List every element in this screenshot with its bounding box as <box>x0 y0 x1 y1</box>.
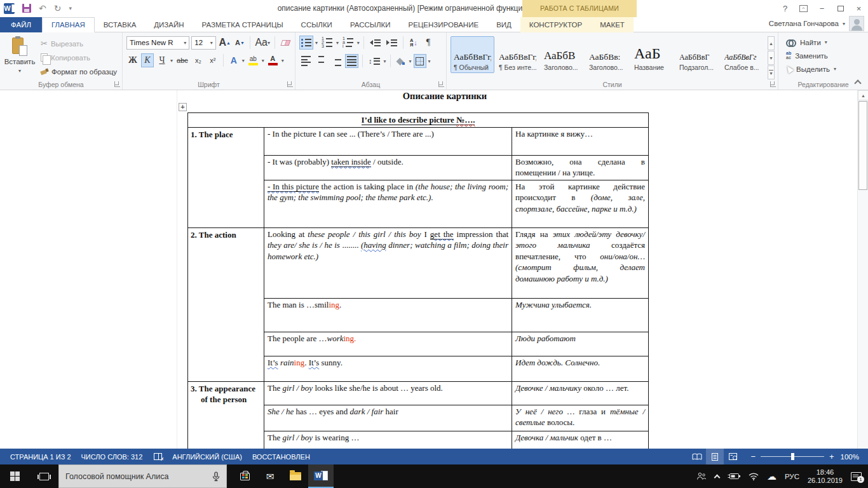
english-cell[interactable]: - In this picture the action is taking p… <box>264 180 512 227</box>
show-marks-button[interactable]: ¶ <box>422 36 435 50</box>
english-cell[interactable]: Looking at these people / this girl / th… <box>264 227 512 298</box>
styles-scroll-down-button[interactable]: ▼ <box>768 51 775 65</box>
table-move-handle[interactable]: + <box>179 103 187 111</box>
font-color-dropdown-icon[interactable]: ▾ <box>281 58 284 64</box>
onedrive-icon[interactable]: ☁ <box>767 471 776 482</box>
styles-more-button[interactable]: ▼ <box>768 65 775 79</box>
english-cell[interactable]: It’s raining. It’s sunny. <box>264 356 512 381</box>
tab-файл[interactable]: ФАЙЛ <box>0 17 42 32</box>
style-card[interactable]: АаБбВвГПодзагол... <box>676 36 720 73</box>
russian-cell[interactable]: Возможно, она сделана в помещении / на у… <box>512 155 649 180</box>
tab-вид[interactable]: ВИД <box>487 17 520 32</box>
language-switcher[interactable]: РУС <box>785 473 799 480</box>
tab-макет[interactable]: МАКЕТ <box>591 17 634 32</box>
document-heading[interactable]: Описание картинки <box>178 91 712 102</box>
align-center-button[interactable] <box>315 54 328 68</box>
find-button[interactable]: Найти ▾ <box>786 36 865 49</box>
strikethrough-button[interactable]: abc <box>175 53 190 67</box>
user-dropdown-icon[interactable]: ▾ <box>843 21 845 27</box>
avatar[interactable] <box>849 16 864 31</box>
decrease-indent-button[interactable] <box>368 36 383 50</box>
close-button[interactable]: × <box>850 0 868 17</box>
tab-разметка страницы[interactable]: РАЗМЕТКА СТРАНИЦЫ <box>193 17 292 32</box>
ribbon-display-options-button[interactable]: ^ <box>794 0 813 17</box>
paste-button[interactable]: Вставить ▾ <box>4 36 36 79</box>
sort-button[interactable]: АЯ↓ <box>407 36 420 50</box>
select-button[interactable]: Выделить ▾ <box>786 62 865 76</box>
shrink-font-button[interactable]: A▼ <box>233 36 246 50</box>
find-dropdown-icon[interactable]: ▾ <box>825 39 827 45</box>
minimize-button[interactable]: − <box>813 0 831 17</box>
web-layout-button[interactable] <box>724 449 742 464</box>
page-indicator[interactable]: СТРАНИЦА 1 ИЗ 2 <box>10 453 71 461</box>
style-card[interactable]: АаБбВвГгСлабое в... <box>721 36 765 73</box>
change-case-button[interactable]: Aa▾ <box>254 36 271 50</box>
paste-dropdown-icon[interactable]: ▾ <box>18 68 21 74</box>
recovered-indicator[interactable]: ВОССТАНОВЛЕН <box>252 453 310 461</box>
style-card[interactable]: АаБбВв:Заголово... <box>586 36 630 73</box>
russian-cell[interactable]: На этой картинке действие происходит в (… <box>512 180 649 227</box>
section-label-cell[interactable]: 1. The place <box>188 127 264 227</box>
section-label-cell[interactable]: 3. The appearance of the person <box>188 381 264 449</box>
tab-дизайн[interactable]: ДИЗАЙН <box>145 17 193 32</box>
mail-app-button[interactable]: ✉ <box>257 464 283 488</box>
subscript-button[interactable]: x₂ <box>192 53 205 67</box>
italic-button[interactable]: К <box>141 53 154 67</box>
russian-cell[interactable]: У неё / него … глаза и тёмные / светлые … <box>512 405 649 431</box>
tab-ссылки[interactable]: ССЫЛКИ <box>292 17 341 32</box>
numbering-button[interactable] <box>320 36 334 50</box>
show-hidden-icons-button[interactable] <box>714 474 720 480</box>
table-header-cell[interactable]: I’d like to describe picture №…. <box>188 113 649 128</box>
print-layout-button[interactable] <box>706 449 724 464</box>
styles-dialog-launcher[interactable] <box>770 81 776 87</box>
russian-cell[interactable]: Мужчина улыбается. <box>512 298 649 332</box>
line-spacing-button[interactable]: ↕ <box>367 54 382 68</box>
format-painter-button[interactable]: Формат по образцу <box>41 66 117 77</box>
help-button[interactable]: ? <box>776 0 794 17</box>
clock[interactable]: 18:46 26.10.2019 <box>808 468 843 485</box>
multilevel-dropdown-icon[interactable]: ▾ <box>357 40 360 46</box>
justify-button[interactable] <box>345 54 358 68</box>
tab-рассылки[interactable]: РАССЫЛКИ <box>341 17 400 32</box>
english-cell[interactable]: - It was (probably) taken inside / outsi… <box>264 155 512 180</box>
highlight-color-button[interactable]: ab <box>247 53 260 67</box>
tab-главная[interactable]: ГЛАВНАЯ <box>42 17 95 32</box>
english-cell[interactable]: The girl / boy is wearing … <box>264 431 512 449</box>
align-right-button[interactable] <box>330 54 343 68</box>
file-explorer-button[interactable] <box>283 464 308 488</box>
wifi-icon[interactable] <box>749 473 759 480</box>
clear-formatting-button[interactable] <box>279 36 292 50</box>
bold-button[interactable]: Ж <box>126 53 139 67</box>
document-canvas[interactable]: Описание картинки + I’d like to describe… <box>0 90 852 449</box>
doc-table[interactable]: I’d like to describe picture №….1. The p… <box>187 112 649 449</box>
style-card[interactable]: АаБНазвание <box>631 36 675 73</box>
battery-icon[interactable] <box>728 473 740 480</box>
russian-cell[interactable]: Люди работают <box>512 332 649 356</box>
grow-font-button[interactable]: A▲ <box>218 36 232 50</box>
numbering-dropdown-icon[interactable]: ▾ <box>336 40 339 46</box>
font-color-button[interactable]: A <box>266 53 280 67</box>
word-count[interactable]: ЧИСЛО СЛОВ: 312 <box>81 453 143 461</box>
scrollbar-thumb[interactable] <box>858 101 867 190</box>
russian-cell[interactable]: Глядя на этих людей/эту девочку/этого ма… <box>512 227 649 298</box>
styles-scroll-up-button[interactable]: ▲ <box>768 36 775 50</box>
russian-cell[interactable]: На картинке я вижу… <box>512 127 649 155</box>
cut-button[interactable]: ✂ Вырезать <box>41 38 117 49</box>
english-cell[interactable]: - In the picture I can see ... (There’s … <box>264 127 512 155</box>
style-card[interactable]: АаБбВЗаголово... <box>541 36 585 73</box>
russian-cell[interactable]: Идет дождь. Солнечно. <box>512 356 649 381</box>
text-effects-button[interactable]: A <box>227 53 240 67</box>
proofing-errors-icon[interactable] <box>154 453 162 460</box>
store-app-button[interactable] <box>232 464 257 488</box>
font-size-combobox[interactable]: 12▾ <box>191 36 216 50</box>
align-left-button[interactable] <box>299 54 313 68</box>
english-cell[interactable]: She / he has … eyes and dark / fair hair <box>264 405 512 431</box>
zoom-in-icon[interactable]: + <box>829 454 834 460</box>
zoom-level[interactable]: 100% <box>841 453 859 461</box>
tab-вставка[interactable]: ВСТАВКА <box>95 17 146 32</box>
read-mode-button[interactable] <box>688 449 706 464</box>
section-label-cell[interactable]: 2. The action <box>188 227 264 381</box>
borders-dropdown-icon[interactable]: ▾ <box>428 58 431 64</box>
action-center-button[interactable]: 1 <box>851 472 862 481</box>
line-spacing-dropdown-icon[interactable]: ▾ <box>384 58 386 64</box>
